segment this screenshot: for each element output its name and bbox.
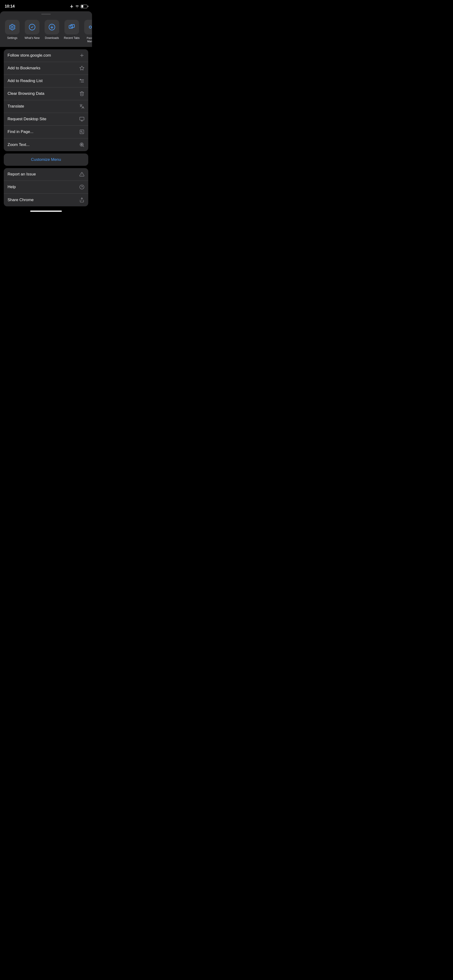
- settings-icon-bg: [5, 20, 19, 34]
- report-issue-label: Report an Issue: [8, 172, 36, 177]
- reading-list-icon: [79, 78, 85, 83]
- find-icon: [79, 129, 85, 134]
- translate-label: Translate: [8, 104, 24, 109]
- menu-item-bookmarks[interactable]: Add to Bookmarks: [4, 62, 88, 75]
- svg-rect-25: [80, 130, 84, 134]
- bottom-sheet: Settings What's New: [0, 11, 92, 206]
- trash-icon: [79, 91, 85, 96]
- menu-item-help[interactable]: Help: [4, 181, 88, 194]
- whats-new-icon-bg: [25, 20, 40, 34]
- recent-tabs-icon: [68, 24, 75, 31]
- share-icon: [79, 197, 85, 202]
- desktop-site-icon: [79, 116, 85, 122]
- battery-percent: 38: [81, 5, 87, 8]
- quick-actions-inner: Settings What's New: [4, 20, 92, 43]
- password-manager-icon-bg: [84, 20, 92, 34]
- menu-item-desktop-site[interactable]: Request Desktop Site: [4, 113, 88, 126]
- customize-menu-button[interactable]: Customize Menu: [4, 154, 88, 166]
- menu-item-follow[interactable]: Follow store.google.com: [4, 49, 88, 62]
- plus-icon: [79, 53, 85, 58]
- find-in-page-icon: [79, 129, 85, 134]
- zoom-text-icon: [79, 142, 85, 147]
- downloads-icon-bg: [45, 20, 59, 34]
- quick-action-whats-new[interactable]: What's New: [24, 20, 41, 43]
- menu-item-report-issue[interactable]: Report an Issue: [4, 168, 88, 181]
- reading-list-label: Add to Reading List: [8, 78, 43, 83]
- bookmarks-icon: [79, 65, 85, 71]
- airplane-icon: [70, 5, 73, 8]
- menu-item-share-chrome[interactable]: Share Chrome: [4, 194, 88, 206]
- share-chrome-label: Share Chrome: [8, 197, 34, 202]
- quick-action-recent-tabs[interactable]: Recent Tabs: [63, 20, 80, 43]
- status-icons: 38: [70, 5, 87, 8]
- checkmark-badge-icon: [29, 24, 36, 31]
- status-time: 10:14: [5, 4, 14, 9]
- quick-actions-row: Settings What's New: [0, 17, 92, 47]
- translate-icon: [79, 104, 85, 109]
- share-chrome-icon: [79, 197, 85, 202]
- zoom-text-label: Zoom Text...: [8, 142, 29, 147]
- clear-browsing-icon: [79, 91, 85, 96]
- gear-icon: [9, 24, 16, 31]
- reading-list-icon: [79, 78, 85, 83]
- status-bar: 10:14 38: [0, 0, 92, 11]
- menu-item-zoom-text[interactable]: Zoom Text...: [4, 138, 88, 151]
- downloads-label: Downloads: [45, 36, 59, 40]
- menu-item-reading-list[interactable]: Add to Reading List: [4, 75, 88, 88]
- home-indicator: [0, 209, 92, 213]
- menu-item-find-in-page[interactable]: Find in Page...: [4, 126, 88, 138]
- bookmarks-label: Add to Bookmarks: [8, 66, 40, 70]
- help-icon: [79, 185, 85, 189]
- quick-action-settings[interactable]: Settings: [4, 20, 21, 43]
- clear-browsing-label: Clear Browsing Data: [8, 91, 45, 96]
- menu-item-translate[interactable]: Translate: [4, 100, 88, 113]
- find-in-page-label: Find in Page...: [8, 129, 33, 134]
- sheet-handle-area: [0, 11, 92, 17]
- settings-label: Settings: [7, 36, 17, 40]
- svg-point-6: [89, 26, 91, 28]
- password-manager-label: Passw...Mana...: [87, 36, 92, 43]
- recent-tabs-icon-bg: [64, 20, 79, 34]
- translate-icon: [79, 104, 85, 109]
- report-issue-icon: [79, 172, 85, 177]
- menu-item-clear-browsing[interactable]: Clear Browsing Data: [4, 88, 88, 100]
- quick-action-password-manager[interactable]: Passw...Mana...: [83, 20, 92, 43]
- question-circle-icon: [79, 185, 85, 189]
- main-menu-section: Follow store.google.com Add to Bookmarks…: [4, 49, 88, 151]
- wifi-icon: [75, 5, 79, 8]
- svg-point-0: [11, 26, 13, 28]
- svg-marker-12: [80, 66, 84, 70]
- desktop-icon: [79, 116, 85, 122]
- svg-rect-22: [80, 117, 84, 120]
- home-bar: [30, 211, 62, 212]
- recent-tabs-label: Recent Tabs: [64, 36, 80, 40]
- desktop-site-label: Request Desktop Site: [8, 117, 46, 121]
- sheet-handle: [41, 14, 51, 14]
- follow-label: Follow store.google.com: [8, 53, 51, 58]
- svg-line-29: [83, 146, 84, 147]
- whats-new-label: What's New: [24, 36, 40, 40]
- svg-line-27: [82, 132, 83, 133]
- bottom-menu-section: Report an Issue Help Share: [4, 168, 88, 206]
- download-circle-icon: [48, 24, 56, 31]
- warning-icon: [79, 172, 85, 177]
- key-icon: [88, 24, 92, 31]
- zoom-icon: [79, 142, 85, 147]
- star-icon: [79, 65, 85, 71]
- svg-point-35: [80, 185, 84, 189]
- battery-indicator: 38: [81, 5, 87, 8]
- customize-menu-section: Customize Menu: [4, 154, 88, 166]
- customize-menu-label: Customize Menu: [31, 157, 61, 162]
- quick-action-downloads[interactable]: Downloads: [43, 20, 61, 43]
- help-label: Help: [8, 185, 16, 189]
- follow-icon: [79, 53, 85, 58]
